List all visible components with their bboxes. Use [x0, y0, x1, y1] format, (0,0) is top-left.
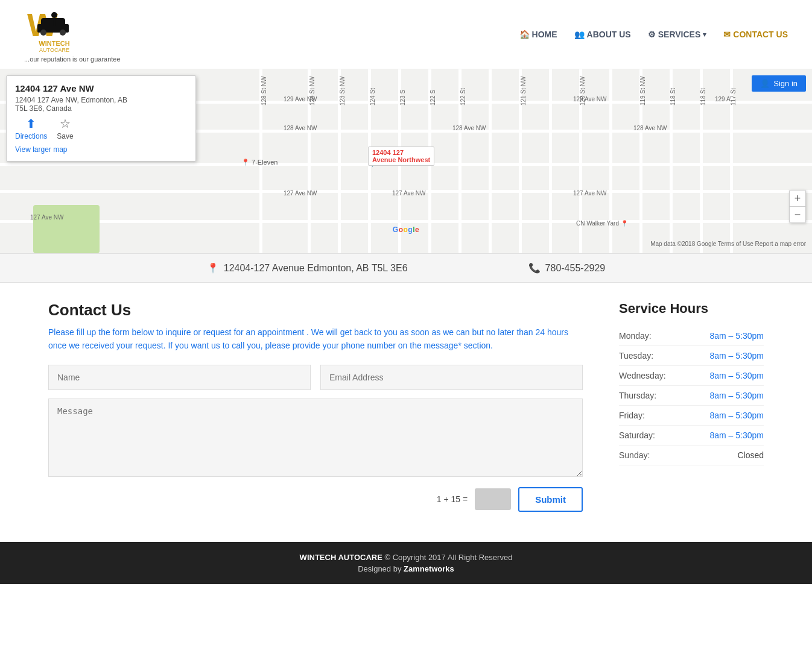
directions-icon: ⬆: [26, 116, 36, 131]
svg-point-4: [51, 12, 57, 18]
view-larger-map-link[interactable]: View larger map: [15, 145, 67, 154]
hours-day: Wednesday:: [619, 371, 673, 380]
road-label-3: 128 Ave NW: [284, 125, 317, 131]
hours-day: Monday:: [619, 331, 673, 341]
zoom-out-button[interactable]: −: [790, 207, 805, 222]
seven-eleven-label: 📍 7-Eleven: [241, 159, 278, 166]
contact-form-area: Contact Us Please fill up the form below…: [48, 301, 583, 512]
road-v-10: [549, 69, 552, 253]
phone-text: 780-455-2929: [545, 263, 606, 274]
map-info-title: 12404 127 Ave NW: [15, 83, 187, 93]
address-bar-item: 📍 12404-127 Avenue Edmonton, AB T5L 3E6: [207, 262, 408, 274]
phone-icon: 📞: [528, 262, 541, 274]
hours-rows: Monday:8am – 5:30pmTuesday:8am – 5:30pmW…: [619, 326, 764, 465]
submit-button[interactable]: Submit: [518, 487, 583, 512]
footer: WINTECH AUTOCARE © Copyright 2017 All Ri…: [0, 542, 812, 584]
svg-text:WINTECH: WINTECH: [39, 40, 69, 47]
road-label-8: 127 Ave NW: [573, 190, 606, 197]
contact-bar: 📍 12404-127 Avenue Edmonton, AB T5L 3E6 …: [0, 253, 812, 283]
road-label-129-right: 129 A: [715, 96, 731, 102]
hours-day: Saturday:: [619, 430, 673, 440]
map-marker-label: 12404 127Avenue Northwest: [368, 146, 434, 166]
road-label-9: 127 Ave NW: [30, 214, 63, 221]
submit-row: 1 + 15 = Submit: [48, 487, 583, 512]
hours-time: 8am – 5:30pm: [710, 351, 764, 361]
hours-time: 8am – 5:30pm: [710, 391, 764, 400]
footer-brand: WINTECH AUTOCARE: [300, 553, 382, 562]
park: [33, 205, 100, 253]
hours-row: Monday:8am – 5:30pm: [619, 326, 764, 346]
road-label-2: 129 Ave NW: [573, 96, 606, 102]
svg-point-3: [60, 30, 66, 36]
footer-designer: Zamnetworks: [404, 564, 454, 573]
street-label-128: 128 St NW: [261, 77, 267, 106]
street-label-12: 117 St: [730, 88, 737, 106]
hours-time: Closed: [737, 450, 764, 460]
hours-row: Saturday:8am – 5:30pm: [619, 426, 764, 446]
nav-contact[interactable]: ✉ CONTACT US: [723, 30, 788, 39]
save-map-button[interactable]: ☆ Save: [57, 116, 73, 140]
hours-time: 8am – 5:30pm: [710, 411, 764, 420]
logo-image: W WINTECH AUTOCARE: [24, 6, 84, 54]
map-sign-in-button[interactable]: 👤 Sign in: [752, 75, 806, 92]
hours-row: Thursday:8am – 5:30pm: [619, 386, 764, 406]
main-content: Contact Us Please fill up the form below…: [0, 283, 812, 542]
main-nav: 🏠 HOME 👥 ABOUT US ⚙ SERVICES ▾ ✉ CONTACT…: [519, 30, 788, 39]
chevron-down-icon: ▾: [703, 31, 706, 39]
map-info-address: 12404 127 Ave NW, Edmonton, ABT5L 3E6, C…: [15, 96, 187, 113]
road-v-8: [489, 69, 492, 253]
captcha-box[interactable]: [475, 488, 511, 510]
street-label-11: 118 St: [700, 88, 706, 106]
hours-row: Sunday:Closed: [619, 446, 764, 465]
hours-day: Thursday:: [619, 391, 673, 400]
about-icon: 👥: [574, 30, 585, 39]
hours-row: Friday:8am – 5:30pm: [619, 406, 764, 426]
street-label-3: 124 St: [369, 88, 376, 106]
address-text: 12404-127 Avenue Edmonton, AB T5L 3E6: [224, 263, 408, 274]
street-label-8: 120 St NW: [579, 77, 586, 106]
header: W WINTECH AUTOCARE ...our reputation is …: [0, 0, 812, 69]
street-label-4: 123 S: [399, 90, 406, 106]
street-label-6: 122 St: [460, 88, 466, 106]
street-label-10: 118 St: [670, 88, 676, 106]
footer-designed-by: Designed by Zamnetworks: [0, 564, 812, 573]
map-info-box: 12404 127 Ave NW 12404 127 Ave NW, Edmon…: [6, 75, 196, 162]
svg-text:AUTOCARE: AUTOCARE: [39, 47, 69, 53]
hours-time: 8am – 5:30pm: [710, 331, 764, 341]
street-label-9: 119 St NW: [639, 77, 646, 106]
road-label-5: 128 Ave NW: [633, 125, 667, 131]
name-input[interactable]: [48, 365, 311, 390]
message-textarea[interactable]: [48, 399, 583, 477]
nav-services[interactable]: ⚙ SERVICES ▾: [648, 30, 707, 39]
hours-day: Tuesday:: [619, 351, 673, 361]
services-icon: ⚙: [648, 30, 656, 39]
directions-button[interactable]: ⬆ Directions: [15, 116, 47, 140]
contact-title: Contact Us: [48, 301, 583, 320]
email-input[interactable]: [320, 365, 583, 390]
logo-area: W WINTECH AUTOCARE ...our reputation is …: [24, 6, 121, 63]
nav-home[interactable]: 🏠 HOME: [519, 30, 557, 39]
contact-description: Please fill up the form below to inquire…: [48, 326, 583, 353]
street-label-5: 122 S: [430, 90, 436, 106]
nav-about[interactable]: 👥 ABOUT US: [574, 30, 631, 39]
map-copyright: Map data ©2018 Google Terms of Use Repor…: [650, 241, 806, 247]
road-label-4: 128 Ave NW: [452, 125, 486, 131]
street-label-1: 124 St NW: [309, 77, 316, 106]
contact-icon: ✉: [723, 30, 731, 39]
street-label-7: 121 St NW: [520, 77, 527, 106]
road-h-5: [0, 220, 812, 223]
sign-in-icon: 👤: [760, 79, 770, 88]
captcha-text: 1 + 15 =: [437, 494, 468, 504]
cn-walker-label: CN Walker Yard 📍: [576, 220, 628, 227]
star-icon: ☆: [60, 116, 71, 131]
name-email-row: [48, 365, 583, 390]
svg-point-2: [40, 30, 46, 36]
zoom-in-button[interactable]: +: [790, 191, 805, 206]
google-logo: Google: [393, 225, 419, 234]
hours-day: Sunday:: [619, 450, 673, 460]
service-hours: Service Hours Monday:8am – 5:30pmTuesday…: [619, 301, 764, 512]
hours-time: 8am – 5:30pm: [710, 430, 764, 440]
logo-tagline: ...our reputation is our guarantee: [24, 55, 121, 63]
road-label-7: 127 Ave NW: [392, 190, 425, 197]
address-icon: 📍: [207, 262, 219, 274]
